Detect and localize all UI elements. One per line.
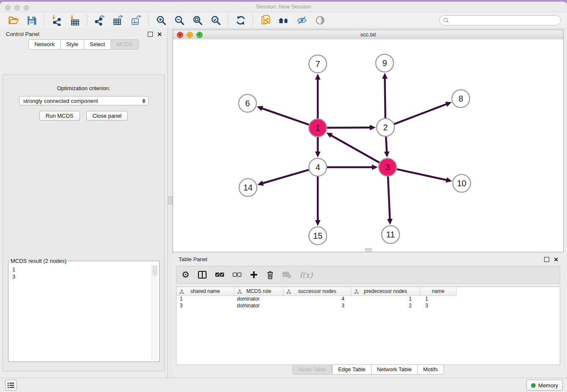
column-header-successor-nodes[interactable]: successor nodes (284, 287, 351, 295)
toggle-columns-icon[interactable] (198, 269, 207, 280)
tab-mcds[interactable]: MCDS (110, 39, 138, 50)
graph-node-11[interactable]: 11 (382, 226, 399, 243)
column-header-shared-name[interactable]: shared name (176, 287, 234, 295)
search-icon (443, 17, 449, 25)
network-graph[interactable]: 1234678910111415 (173, 39, 563, 252)
column-header-name[interactable]: name (420, 287, 456, 295)
search-box (439, 15, 561, 25)
table-cell: 3 (420, 303, 456, 309)
run-mcds-button[interactable]: Run MCDS (39, 111, 80, 121)
graph-edge-2-3[interactable] (386, 137, 387, 152)
tab-select[interactable]: Select (84, 39, 110, 50)
graph-node-4[interactable]: 4 (309, 158, 327, 176)
import-network-icon[interactable] (51, 14, 62, 26)
network-resize-grip[interactable] (365, 248, 372, 251)
graph-node-14[interactable]: 14 (239, 179, 257, 196)
network-close-button[interactable]: ✕ (177, 32, 183, 38)
main-toolbar (0, 12, 567, 28)
function-builder-icon-disabled: f(x) (300, 269, 313, 280)
svg-text:14: 14 (243, 183, 253, 192)
splitter-grip[interactable] (168, 196, 173, 204)
optimization-criterion-select[interactable]: strongly connected component (19, 96, 149, 105)
tab-node-table[interactable]: Node Table (292, 364, 332, 375)
window-controls (5, 5, 29, 11)
table-row[interactable]: 1dominator411 (176, 296, 560, 303)
apply-layout-icon[interactable] (235, 14, 246, 26)
graph-node-8[interactable]: 8 (452, 90, 470, 108)
show-networks-home-icon[interactable] (278, 14, 289, 26)
control-panel-title: Control Panel (6, 31, 39, 37)
graph-edge-3-1[interactable] (330, 135, 379, 163)
mcds-result-fieldset: MCDS result (2 nodes) 1 3 (8, 258, 160, 362)
tab-style[interactable]: Style (60, 39, 84, 50)
graph-node-7[interactable]: 7 (309, 55, 327, 73)
table-cell: 2 (351, 303, 420, 309)
clone-network-icon[interactable] (260, 14, 271, 26)
graph-edge-4-14[interactable] (262, 170, 309, 183)
control-panel-header: Control Panel ✕ (0, 28, 167, 39)
toolbar-separator (228, 15, 228, 26)
hide-selected-icon[interactable] (296, 14, 308, 26)
column-header-predecessor-nodes[interactable]: predecessor nodes (351, 287, 420, 295)
table-settings-icon[interactable]: ⚙ (182, 269, 190, 280)
delete-column-icon[interactable] (266, 269, 274, 280)
column-header-MCDS-role[interactable]: MCDS role (234, 287, 284, 295)
graph-node-9[interactable]: 9 (376, 54, 394, 72)
zoom-window-button[interactable] (24, 5, 29, 11)
graph-node-3[interactable]: 3 (379, 158, 396, 176)
table-row[interactable]: 3dominator323 (176, 303, 560, 309)
graph-node-15[interactable]: 15 (309, 227, 327, 245)
result-scrollbar[interactable] (151, 265, 158, 360)
export-network-icon[interactable] (94, 14, 105, 26)
close-panel-button[interactable]: Close panel (86, 111, 128, 121)
graph-edge-arrowhead (315, 152, 321, 157)
graph-edge-1-2[interactable] (327, 127, 371, 128)
tab-motifs[interactable]: Motifs (417, 364, 444, 375)
task-history-button[interactable] (5, 380, 17, 391)
tab-network[interactable]: Network (28, 39, 60, 50)
select-all-icon[interactable] (215, 269, 224, 280)
tab-network-table[interactable]: Network Table (371, 364, 417, 375)
minimize-window-button[interactable] (14, 5, 20, 11)
float-panel-icon[interactable] (148, 32, 153, 37)
select-spinner-icon (142, 99, 146, 103)
control-panel-tabs: NetworkStyleSelectMCDS (0, 39, 167, 50)
graph-node-2[interactable]: 2 (377, 119, 394, 136)
close-panel-icon[interactable]: ✕ (157, 32, 162, 36)
zoom-fit-icon[interactable] (192, 14, 203, 26)
float-table-panel-icon[interactable] (544, 257, 549, 262)
column-type-icon (286, 289, 291, 295)
close-window-button[interactable] (5, 5, 11, 11)
import-table-icon[interactable] (69, 14, 80, 26)
deselect-all-icon[interactable] (232, 269, 242, 280)
network-minimize-button[interactable]: − (187, 32, 193, 38)
graph-edge-3-10[interactable] (396, 169, 447, 180)
graph-node-6[interactable]: 6 (239, 94, 256, 112)
graph-edge-1-6[interactable] (261, 108, 309, 125)
graph-edge-2-8[interactable] (394, 104, 447, 124)
zoom-selected-icon[interactable] (210, 14, 221, 26)
network-window-title: scc.txt (173, 30, 563, 39)
memory-button[interactable]: Memory (526, 380, 563, 391)
export-image-icon[interactable] (130, 14, 142, 26)
close-table-panel-icon[interactable]: ✕ (553, 257, 559, 262)
tab-edge-table[interactable]: Edge Table (332, 364, 371, 375)
graph-node-10[interactable]: 10 (453, 174, 471, 192)
show-hidden-icon-disabled (314, 14, 326, 26)
app-titlebar: Session: New Session (0, 2, 567, 12)
graph-node-1[interactable]: 1 (309, 119, 327, 137)
add-column-icon[interactable] (250, 269, 258, 280)
search-input[interactable] (439, 15, 561, 25)
save-session-icon[interactable] (26, 14, 37, 26)
graph-edge-arrowhead (257, 106, 263, 111)
zoom-out-icon[interactable] (173, 14, 185, 26)
window-title: Session: New Session (0, 2, 567, 12)
network-zoom-button[interactable]: + (196, 32, 203, 38)
open-file-icon[interactable] (8, 14, 19, 26)
zoom-in-icon[interactable] (155, 14, 167, 26)
graph-edge-2-9[interactable] (385, 78, 385, 118)
optimization-criterion-value: strongly connected component (23, 98, 98, 104)
export-table-icon[interactable] (112, 14, 124, 26)
network-canvas[interactable]: 1234678910111415 (173, 39, 563, 252)
graph-edge-3-11[interactable] (388, 177, 390, 220)
